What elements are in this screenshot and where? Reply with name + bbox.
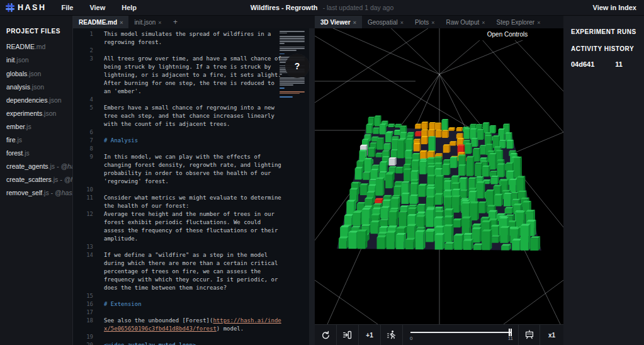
tab-plots[interactable]: Plots× xyxy=(409,16,441,28)
hash-logo-icon xyxy=(6,3,14,12)
running-person-icon xyxy=(387,330,397,340)
code-line-14: 14If we define a "wildfire" as a step in… xyxy=(73,251,284,292)
code-line-8: 8 xyxy=(73,145,284,153)
file-item-forest[interactable]: forest.js xyxy=(0,147,72,160)
close-tab-icon[interactable]: × xyxy=(158,20,161,26)
file-item-analysis[interactable]: analysis.json xyxy=(0,80,72,93)
new-tab-button[interactable]: + xyxy=(167,16,184,28)
run-id: 04d641 xyxy=(571,60,594,68)
help-button[interactable]: ? xyxy=(285,54,309,78)
menu-help[interactable]: Help xyxy=(121,4,137,11)
tab-step-explorer[interactable]: Step Explorer× xyxy=(491,16,546,28)
tab-geospatial[interactable]: Geospatial× xyxy=(362,16,409,28)
open-controls-button[interactable]: Open Controls xyxy=(451,28,563,40)
experiment-run-row[interactable]: 04d64111 xyxy=(571,60,623,68)
code-editor-pane: README.md×init.json×+ 1This model simula… xyxy=(73,16,315,345)
close-tab-icon[interactable]: × xyxy=(120,20,123,26)
timeline-slider[interactable]: 0 11 xyxy=(403,325,519,345)
code-line-2: 2 xyxy=(73,47,284,55)
timeline-min-label: 0 xyxy=(410,336,412,341)
3d-viewer-canvas[interactable]: Open Controls xyxy=(315,28,563,324)
run-simulation-button[interactable] xyxy=(381,325,403,345)
code-line-3: 3All trees grow over time, and have a sm… xyxy=(73,55,284,96)
code-line-19: 19 xyxy=(73,333,284,341)
editor-tab-bar: README.md×init.json×+ xyxy=(73,16,315,28)
code-line-20: 20<video autoplay muted loop> xyxy=(73,341,284,345)
run-step-count: 11 xyxy=(615,60,623,68)
file-item-init[interactable]: init.json xyxy=(0,54,72,67)
close-tab-icon[interactable]: × xyxy=(482,20,485,26)
simulation-toolbar: +1 0 11 xyxy=(315,324,563,345)
code-line-13: 13 xyxy=(73,243,284,251)
project-title: Wildfires - Regrowth xyxy=(251,4,318,11)
reset-icon xyxy=(321,331,330,340)
last-updated-label: - last updated 1 day ago xyxy=(323,4,394,11)
presentation-screen-icon xyxy=(524,330,534,340)
code-line-1: 1This model simulates the spread of wild… xyxy=(73,30,284,47)
close-tab-icon[interactable]: × xyxy=(537,20,540,26)
code-line-11: 11Consider what metrics we might evaluat… xyxy=(73,194,284,210)
file-list: README.mdinit.jsonglobals.jsonanalysis.j… xyxy=(0,40,72,200)
file-item-experiments[interactable]: experiments.json xyxy=(0,106,72,120)
run-into-door-icon xyxy=(342,330,353,340)
code-line-17: 17 xyxy=(73,308,284,317)
timeline-slider-track[interactable] xyxy=(410,332,511,333)
activity-history-header[interactable]: ACTIVITY HISTORY xyxy=(571,45,636,52)
experiments-panel: EXPERIMENT RUNS ACTIVITY HISTORY 04d6411… xyxy=(563,16,644,345)
experiment-runs-header[interactable]: EXPERIMENT RUNS xyxy=(571,28,636,35)
viewer-tab-bar: 3D Viewer×Geospatial×Plots×Raw Output×St… xyxy=(315,16,563,28)
view-in-index-button[interactable]: View in Index xyxy=(593,4,637,11)
tab-init-json[interactable]: init.json× xyxy=(128,16,167,28)
code-line-12: 12Average tree height and the number of … xyxy=(73,210,284,243)
presentation-mode-button[interactable] xyxy=(519,325,540,345)
top-menu-bar: HASH FileViewHelp Wildfires - Regrowth -… xyxy=(0,0,644,16)
file-item-create_scatters[interactable]: create_scatters.js - @h... xyxy=(0,173,72,186)
code-line-9: 9In this model, we can play with the eff… xyxy=(73,153,284,186)
reset-simulation-button[interactable] xyxy=(315,325,337,345)
menu-view[interactable]: View xyxy=(89,4,105,11)
code-line-18: 18See also the unbounded [Forest](https:… xyxy=(73,317,284,333)
file-item-ember[interactable]: ember.js xyxy=(0,120,72,133)
project-files-sidebar: PROJECT FILES README.mdinit.jsonglobals.… xyxy=(0,16,73,345)
run-to-end-button[interactable] xyxy=(337,325,359,345)
tab-3d-viewer[interactable]: 3D Viewer× xyxy=(315,16,362,28)
simulation-viewer-pane: 3D Viewer×Geospatial×Plots×Raw Output×St… xyxy=(315,16,563,345)
timeline-max-label: 11 xyxy=(508,336,513,341)
3d-scene xyxy=(315,28,563,324)
editor-scrollbar[interactable] xyxy=(309,28,315,345)
code-lines: 1This model simulates the spread of wild… xyxy=(73,30,284,345)
editor-body[interactable]: 1This model simulates the spread of wild… xyxy=(73,28,315,345)
code-line-7: 7# Analysis xyxy=(73,137,284,145)
tab-raw-output[interactable]: Raw Output× xyxy=(440,16,490,28)
file-item-dependencies[interactable]: dependencies.json xyxy=(0,93,72,106)
step-plus-one-button[interactable]: +1 xyxy=(359,325,381,345)
project-files-header: PROJECT FILES xyxy=(0,16,72,40)
close-tab-icon[interactable]: × xyxy=(431,20,434,26)
code-line-15: 15 xyxy=(73,292,284,300)
code-line-4: 4 xyxy=(73,96,284,104)
hash-logo[interactable]: HASH xyxy=(0,3,52,12)
menu-file[interactable]: File xyxy=(61,4,73,11)
run-list: 04d64111 xyxy=(571,60,636,68)
file-item-remove_self[interactable]: remove_self.js - @hash xyxy=(0,186,72,200)
file-item-create_agents[interactable]: create_agents.js - @hash xyxy=(0,160,72,173)
code-line-6: 6 xyxy=(73,128,284,137)
file-item-fire[interactable]: fire.js xyxy=(0,133,72,147)
file-item-README[interactable]: README.md xyxy=(0,40,72,54)
close-tab-icon[interactable]: × xyxy=(400,20,404,26)
tab-readme-md[interactable]: README.md× xyxy=(73,16,128,28)
file-item-globals[interactable]: globals.json xyxy=(0,67,72,80)
brand-name: HASH xyxy=(18,3,46,12)
code-line-5: 5Embers have a small chance of regrowing… xyxy=(73,104,284,128)
speed-button[interactable]: x1 xyxy=(540,325,563,345)
close-tab-icon[interactable]: × xyxy=(353,20,356,26)
code-line-10: 10 xyxy=(73,186,284,194)
code-line-16: 16# Extension xyxy=(73,300,284,308)
menu-items: FileViewHelp xyxy=(61,4,137,11)
